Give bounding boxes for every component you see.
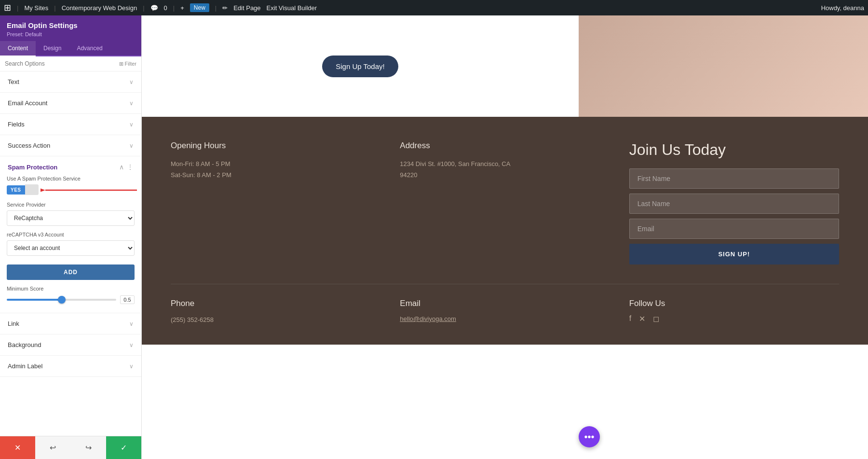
tab-advanced[interactable]: Advanced [69,41,110,56]
phone-title: Phone [171,299,380,308]
chevron-down-icon: ∨ [129,363,134,370]
footer-bottom: Phone (255) 352-6258 Email hello@diviyog… [171,284,839,325]
user-greeting: Howdy, deanna [821,4,864,12]
section-text[interactable]: Text ∨ [0,71,141,93]
fab-button[interactable]: ••• [579,426,600,447]
section-link[interactable]: Link ∨ [0,313,141,334]
redo-button[interactable]: ↪ [71,436,106,459]
phone-number: (255) 352-6258 [171,314,380,325]
panel-header: Email Optin Settings Preset: Default [0,15,141,41]
search-input[interactable] [5,60,116,67]
section-admin-label-label: Admin Label [8,362,42,370]
filter-icon: ⊞ [119,61,123,67]
chevron-down-icon: ∨ [129,121,134,128]
hours-weekend: Sat-Sun: 8 AM - 2 PM [171,169,380,181]
signup-today-button[interactable]: Sign Up Today! [322,56,398,77]
footer-address-col: Address 1234 Divi St. #1000, San Francis… [400,141,610,264]
chevron-up-icon[interactable]: ∧ [119,163,124,171]
add-button[interactable]: ADD [7,264,135,280]
comments-count[interactable]: 0 [164,4,167,12]
footer-grid: Opening Hours Mon-Fri: 8 AM - 5 PM Sat-S… [171,141,839,264]
settings-panel: Email Optin Settings Preset: Default Con… [0,15,142,459]
bottom-toolbar: ✕ ↩ ↪ ✓ [0,436,141,459]
undo-button[interactable]: ↩ [35,436,70,459]
min-score-label: Minimum Score [7,286,135,292]
toggle-label: Use A Spam Protection Service [7,176,135,181]
tab-content[interactable]: Content [0,41,36,56]
email-field[interactable] [629,219,839,239]
search-bar: ⊞ Filter [0,56,141,71]
address-title: Address [400,141,610,151]
edit-page-link[interactable]: Edit Page [233,4,260,12]
first-name-field[interactable] [629,168,839,189]
fab-container: ••• [579,426,600,447]
save-button[interactable]: ✓ [106,436,141,459]
site-name-link[interactable]: Contemporary Web Design [62,4,137,12]
footer-section: Opening Hours Mon-Fri: 8 AM - 5 PM Sat-S… [142,117,868,345]
panel-title: Email Optin Settings [7,21,135,29]
comments-icon: 💬 [150,4,158,12]
exit-vb-link[interactable]: Exit Visual Builder [267,4,317,12]
panel-preset: Preset: Default [7,31,135,37]
address-line2: 94220 [400,169,610,181]
sign-up-button[interactable]: SIGN UP! [629,244,839,264]
toggle-row: YES [7,184,135,195]
hours-title: Opening Hours [171,141,380,151]
chevron-down-icon: ∨ [129,320,134,327]
email-address-link[interactable]: hello@diviyoga.com [400,315,456,322]
page-preview: Sign Up Today! Opening Hours Mon-Fri: 8 … [142,15,868,459]
admin-bar-sep: | [17,4,18,12]
plus-icon: + [180,4,184,12]
spam-content: Use A Spam Protection Service YES [0,176,141,313]
section-background-label: Background [8,341,41,348]
chevron-down-icon: ∨ [129,100,134,107]
pencil-icon: ✏ [222,4,228,12]
slider-thumb[interactable] [58,296,66,304]
footer-phone-col: Phone (255) 352-6258 [171,299,380,325]
section-admin-label[interactable]: Admin Label ∨ [0,356,141,377]
filter-button[interactable]: ⊞ Filter [119,61,136,67]
twitter-x-icon[interactable]: ✕ [639,314,645,323]
more-options-icon[interactable]: ⋮ [127,163,134,171]
footer-hours-col: Opening Hours Mon-Fri: 8 AM - 5 PM Sat-S… [171,141,380,264]
section-text-label: Text [8,78,19,85]
follow-title: Follow Us [629,299,839,308]
hours-weekday: Mon-Fri: 8 AM - 5 PM [171,158,380,169]
recaptcha-account-select[interactable]: Select an account [7,240,135,256]
cancel-button[interactable]: ✕ [0,436,35,459]
slider-row: 0.5 [7,295,135,304]
new-button[interactable]: New [190,3,209,12]
chevron-down-icon: ∨ [129,142,134,149]
section-background[interactable]: Background ∨ [0,334,141,356]
footer-social-col: Follow Us f ✕ ◻ [629,299,839,325]
annotation-arrow [41,183,137,198]
instagram-icon[interactable]: ◻ [653,314,659,323]
panel-tabs: Content Design Advanced [0,41,141,56]
email-title: Email [400,299,610,308]
recaptcha-account-label: reCAPTCHA v3 Account [7,232,135,237]
service-provider-select[interactable]: ReCaptcha hCaptcha Turnstile [7,210,135,226]
toggle-no[interactable] [25,184,39,195]
toggle-yes[interactable]: YES [7,185,25,195]
section-email-account[interactable]: Email Account ∨ [0,93,141,114]
section-link-label: Link [8,320,19,327]
wp-logo-icon: ⊞ [4,2,11,13]
hero-left: Sign Up Today! [142,15,579,117]
facebook-icon[interactable]: f [629,314,631,323]
panel-scroll: Text ∨ Email Account ∨ Fields ∨ Success … [0,71,141,436]
join-title: Join Us Today [629,141,839,159]
social-icons: f ✕ ◻ [629,314,839,323]
slider-value[interactable]: 0.5 [120,295,135,304]
section-fields[interactable]: Fields ∨ [0,114,141,135]
section-email-label: Email Account [8,99,47,107]
section-success-label: Success Action [8,142,50,149]
last-name-field[interactable] [629,194,839,214]
tab-design[interactable]: Design [36,41,69,56]
footer-join-col: Join Us Today SIGN UP! [629,141,839,264]
slider-fill [7,299,62,301]
admin-bar: ⊞ | My Sites | Contemporary Web Design |… [0,0,868,15]
section-success-action[interactable]: Success Action ∨ [0,135,141,156]
my-sites-link[interactable]: My Sites [24,4,48,12]
section-icons: ∧ ⋮ [119,163,134,171]
slider-track[interactable] [7,299,116,301]
